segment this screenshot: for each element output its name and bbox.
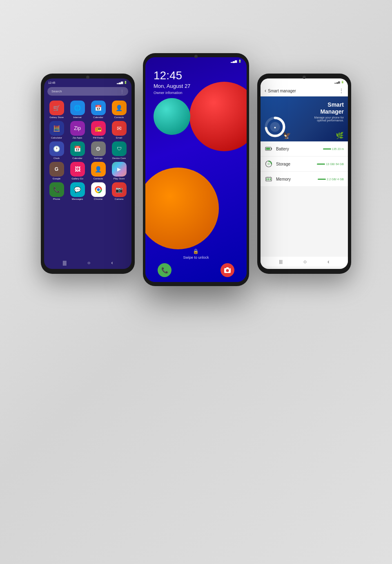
app-contacts-2[interactable]: 👤 Contacts	[89, 162, 107, 180]
search-label: Search	[51, 90, 62, 93]
signal-bars-icon: ▂▄▆	[231, 60, 237, 63]
battery-progress	[323, 148, 331, 150]
left-camera	[86, 76, 89, 79]
svg-rect-18	[268, 178, 269, 180]
app-zip[interactable]: Zip Zip Apps	[68, 121, 87, 139]
apps-grid: 🛒 Galaxy Store 🌐 Internet 📅 Calendar 👤 C…	[44, 97, 131, 204]
svg-rect-13	[266, 148, 270, 150]
app-calculator[interactable]: 🧮 Calculator	[47, 121, 66, 139]
sm-bird-icon: 🦅	[283, 132, 291, 139]
battery-value: 135 23 m	[323, 148, 344, 150]
left-time: 12:45	[48, 81, 56, 84]
left-nav-bar: ||| ○ ‹	[44, 260, 131, 266]
memory-progress	[318, 179, 326, 180]
svg-point-2	[97, 188, 100, 191]
smart-manager-header: ‹ Smart manager ⋮	[261, 85, 348, 96]
storage-value: 13 GB/ 64 GB	[317, 163, 344, 166]
svg-point-6	[229, 269, 230, 269]
battery-label: Battery	[276, 147, 323, 151]
app-settings[interactable]: ⚙ Settings	[89, 141, 107, 159]
swipe-label: Swipe to unlock	[183, 255, 209, 260]
sm-banner-subtitle: Manage your phone foroptimal performance…	[314, 116, 344, 122]
app-galaxy-store[interactable]: 🛒 Galaxy Store	[47, 101, 66, 119]
sm-banner-title: SmartManager	[314, 101, 344, 115]
app-chrome[interactable]: Chrome	[89, 182, 107, 200]
lockscreen-owner: Owner infomation	[154, 91, 190, 95]
memory-label: Memory	[276, 177, 318, 181]
center-camera	[194, 55, 198, 58]
phone-center: ▂▄▆ 🔋 12:45 Mon, August 27 Owner infomat…	[143, 53, 249, 286]
app-play-store[interactable]: ▶ Play Store	[110, 162, 128, 180]
svg-rect-22	[270, 177, 271, 178]
app-gallery-go[interactable]: 🖼 Gallery Go	[68, 162, 87, 180]
lockscreen-date: Mon, August 27	[154, 83, 190, 89]
smart-manager-banner: ● 🦅 🌿 SmartManager Manage your phone for…	[261, 96, 348, 141]
battery-icon: 🔋	[238, 60, 242, 63]
app-clock[interactable]: 🕐 Clock	[47, 141, 66, 159]
app-fm-radio[interactable]: 📻 FM Radio	[89, 121, 107, 139]
nav-back-icon[interactable]: ‹	[111, 260, 113, 266]
memory-icon	[265, 175, 273, 183]
phone-right: ▂▄▆ 🔋 ‹ Smart manager ⋮ ●	[257, 74, 351, 274]
sm-banner-content: SmartManager Manage your phone foroptima…	[314, 101, 344, 122]
storage-label: Storage	[276, 162, 317, 166]
svg-text:●: ●	[274, 125, 276, 130]
left-screen: 12:45 ▂▄▆ 🔋 Search ⋮ 🛒 Galaxy Store 🌐 In…	[44, 78, 131, 269]
app-contacts-1[interactable]: 👤 Contacts	[110, 101, 128, 119]
app-camera[interactable]: 📷 Camera	[110, 182, 128, 200]
svg-point-4	[226, 269, 229, 272]
center-status-bar: ▂▄▆ 🔋	[145, 60, 247, 63]
right-nav-home[interactable]: ○	[303, 258, 307, 265]
right-camera	[303, 76, 306, 79]
right-nav-recents[interactable]: |||	[279, 259, 283, 264]
app-google[interactable]: G Google	[47, 162, 66, 180]
svg-point-15	[267, 163, 270, 165]
battery-icon	[265, 145, 273, 153]
back-icon[interactable]: ‹	[265, 88, 266, 94]
app-messages[interactable]: 💬 Messages	[68, 182, 87, 200]
app-phone[interactable]: 📞 Phone	[47, 182, 66, 200]
sm-header-left: ‹ Smart manager	[265, 88, 296, 94]
lockscreen-background: ▂▄▆ 🔋 12:45 Mon, August 27 Owner infomat…	[145, 57, 247, 282]
bottom-phone-app[interactable]: 📞	[158, 263, 172, 277]
sm-battery-item[interactable]: Battery 135 23 m	[261, 141, 348, 157]
right-signal: ▂▄▆ 🔋	[334, 81, 344, 83]
app-calendar-2[interactable]: 📅 Calendar	[68, 141, 87, 159]
bottom-camera-app[interactable]	[220, 263, 234, 277]
nav-home-icon[interactable]: ○	[87, 260, 90, 266]
right-nav-back[interactable]: ‹	[327, 258, 330, 265]
left-status-bar: 12:45 ▂▄▆ 🔋	[44, 78, 131, 85]
app-internet[interactable]: 🌐 Internet	[68, 101, 87, 119]
app-email[interactable]: ✉ Email	[110, 121, 128, 139]
svg-rect-19	[270, 178, 271, 180]
phones-container: 12:45 ▂▄▆ 🔋 Search ⋮ 🛒 Galaxy Store 🌐 In…	[41, 53, 351, 307]
swipe-to-unlock[interactable]: 🔒 Swipe to unlock	[183, 248, 209, 260]
svg-rect-12	[271, 148, 272, 150]
ball-teal	[154, 98, 190, 135]
search-dots-icon: ⋮	[120, 89, 124, 94]
sm-title: Smart manager	[268, 89, 296, 93]
right-status-bar: ▂▄▆ 🔋	[261, 78, 348, 85]
svg-rect-21	[269, 177, 269, 178]
nav-recents-icon[interactable]: |||	[63, 260, 67, 266]
right-nav-bar: ||| ○ ‹	[261, 257, 348, 266]
app-device-care[interactable]: 🛡 Device Care	[110, 141, 128, 159]
lockscreen-time: 12:45	[154, 69, 190, 82]
sm-plants-icon: 🌿	[336, 132, 344, 139]
storage-progress	[317, 163, 325, 165]
phone-left: 12:45 ▂▄▆ 🔋 Search ⋮ 🛒 Galaxy Store 🌐 In…	[41, 74, 135, 274]
search-bar[interactable]: Search ⋮	[47, 87, 128, 96]
storage-icon	[265, 160, 273, 168]
sm-storage-item[interactable]: Storage 13 GB/ 64 GB	[261, 157, 348, 172]
sm-memory-item[interactable]: Memory 2.2 GB/ 4 GB	[261, 172, 348, 187]
left-signal: ▂▄▆ 🔋	[117, 81, 127, 84]
svg-rect-5	[226, 267, 229, 269]
center-screen: ▂▄▆ 🔋 12:45 Mon, August 27 Owner infomat…	[145, 57, 247, 282]
lockscreen-info: 12:45 Mon, August 27 Owner infomation	[154, 69, 190, 95]
right-screen: ▂▄▆ 🔋 ‹ Smart manager ⋮ ●	[261, 78, 348, 269]
app-calendar-1[interactable]: 📅 Calendar	[89, 101, 107, 119]
lock-icon: 🔒	[193, 248, 199, 254]
svg-rect-20	[267, 177, 267, 178]
svg-rect-17	[267, 178, 267, 180]
sm-menu-icon[interactable]: ⋮	[339, 88, 344, 94]
